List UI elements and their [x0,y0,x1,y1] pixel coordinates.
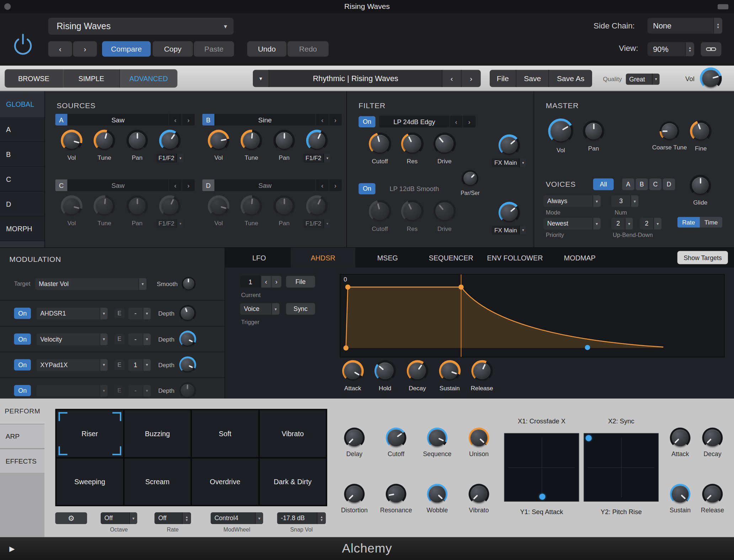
paste-button[interactable]: Paste [194,41,234,57]
mod-edit-toggle[interactable]: E [114,334,124,344]
depth-knob[interactable] [179,331,196,347]
cutoff-knob[interactable] [386,428,406,448]
transform-pad-overdrive[interactable]: Overdrive [192,458,258,505]
preset-select[interactable]: Rising Waves ▾ [48,18,234,35]
save-as-button[interactable]: Save As [549,70,592,87]
arrow-right-icon[interactable]: › [329,179,342,191]
sustain-knob[interactable] [439,360,461,382]
release-knob[interactable] [471,360,493,382]
arrow-left-icon[interactable]: ‹ [316,114,329,126]
voices-b-button[interactable]: B [636,179,648,190]
voice-mode-select[interactable]: Always ▾ [543,195,601,207]
envelope-file-button[interactable]: File [286,276,315,287]
tab-mseg[interactable]: MSEG [355,248,420,267]
preset-menu-button[interactable]: ▾ [253,70,269,87]
show-targets-button[interactable]: Show Targets [677,251,728,264]
file-button[interactable]: File [490,70,516,87]
filter1-on-button[interactable]: On [358,116,375,127]
arrow-left-icon[interactable]: ‹ [316,179,329,191]
glide-knob[interactable] [690,175,711,196]
mod-edit-toggle[interactable]: E [114,385,124,396]
filter-route-knob[interactable] [159,195,181,217]
cutoff-knob[interactable] [369,133,391,155]
transform-pad-riser[interactable]: Riser [57,410,123,457]
pan-knob[interactable] [273,130,295,152]
mod-source-select[interactable]: XYPad1X ▾ [37,359,108,371]
delay-knob[interactable] [344,428,365,448]
arrow-left-icon[interactable]: ‹ [169,179,182,191]
tab-browse[interactable]: BROWSE [5,69,63,88]
vol-knob[interactable] [548,118,573,144]
fx-main-knob[interactable] [498,134,520,156]
link-button[interactable] [701,42,722,56]
vol-knob[interactable] [208,195,229,217]
mod-on-button[interactable]: On [14,385,31,396]
mod-source-select[interactable]: ▾ [37,385,108,396]
pan-knob[interactable] [583,120,605,142]
preset-next-button[interactable]: › [462,70,481,87]
source-badge[interactable]: C [55,179,67,191]
filter-route-knob[interactable] [306,130,328,152]
bend-up-select[interactable]: 2 ▾ [611,218,633,229]
depth-knob[interactable] [179,382,196,399]
filter-route-knob[interactable] [306,195,328,217]
voice-priority-select[interactable]: Newest ▾ [543,218,601,229]
preset-back-button[interactable]: ‹ [48,41,72,57]
perform-settings-button[interactable]: ⚙ [55,512,87,524]
hold-knob[interactable] [374,360,396,382]
mod-value-select[interactable]: 1 ▾ [128,359,151,371]
source-waveform-select[interactable]: Saw [68,114,169,126]
filter-route-knob[interactable] [159,130,181,152]
master-vol-knob[interactable] [700,68,722,90]
cutoff-knob[interactable] [369,200,391,222]
nav-item-b[interactable]: B [0,142,44,167]
transform-pad-buzzing[interactable]: Buzzing [124,410,190,457]
vol-knob[interactable] [61,130,83,152]
pan-knob[interactable] [273,195,295,217]
vol-knob[interactable] [61,195,83,217]
source-badge[interactable]: A [55,114,67,126]
mod-on-button[interactable]: On [14,333,31,345]
preset-forward-button[interactable]: › [73,41,97,57]
xy-pad-2[interactable] [584,433,659,502]
preset-path-display[interactable]: Rhythmic | Rising Waves [269,70,442,87]
fx-main-select[interactable]: FX Main▾ [492,226,526,234]
smooth-knob[interactable] [181,277,195,291]
modwheel-select[interactable]: Control4 ▾ [211,512,263,524]
envelope-prev-button[interactable]: ‹ [261,276,271,287]
nav-item-morph[interactable]: MORPH [0,216,44,241]
nav-item-c[interactable]: C [0,167,44,192]
drive-knob[interactable] [433,200,456,222]
mod-on-button[interactable]: On [14,359,31,371]
quality-select[interactable]: Great ▾ [626,74,660,85]
decay-knob[interactable] [702,428,723,448]
tune-knob[interactable] [241,130,262,152]
voices-d-button[interactable]: D [663,179,675,190]
view-zoom-select[interactable]: 90% ▴▾ [647,42,694,56]
tune-knob[interactable] [94,130,115,152]
wobble-knob[interactable] [427,484,447,504]
voices-a-button[interactable]: A [622,179,634,190]
tab-simple[interactable]: SIMPLE [63,69,120,88]
tab-lfo[interactable]: LFO [228,248,291,267]
mod-source-select[interactable]: Velocity ▾ [37,333,108,345]
preset-prev-button[interactable]: ‹ [442,70,462,87]
release-knob[interactable] [702,484,723,504]
transform-pad-dark-dirty[interactable]: Dark & Dirty [260,458,326,505]
envelope-next-button[interactable]: › [271,276,281,287]
glide-rate-button[interactable]: Rate [677,217,700,227]
envelope-index-display[interactable]: 1 [240,276,261,287]
mod-value-select[interactable]: - ▾ [128,333,151,345]
transform-pad-scream[interactable]: Scream [124,458,190,505]
octave-select[interactable]: Off ▾ [101,512,137,524]
resonance-knob[interactable] [386,484,406,504]
fine-tune-knob[interactable] [690,120,712,142]
tab-advanced[interactable]: ADVANCED [120,69,177,88]
bend-down-select[interactable]: 2 ▾ [640,218,661,229]
coarse-tune-knob[interactable] [660,121,679,141]
res-knob[interactable] [401,200,423,222]
filter-route-select[interactable]: F1/F2▾ [303,154,331,163]
sequence-knob[interactable] [427,428,447,448]
redo-button[interactable]: Redo [287,41,329,57]
depth-knob[interactable] [179,305,196,322]
